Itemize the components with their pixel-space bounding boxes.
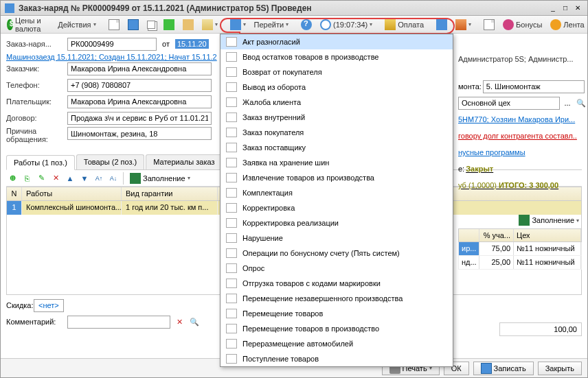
doc-date-input[interactable]: 15.11.20 [175, 39, 209, 49]
delete-row-button[interactable]: ✕ [49, 172, 62, 185]
menu-item[interactable]: Заказ внутренний [220, 110, 453, 125]
menu-item[interactable]: Перемещение товаров в производство [220, 321, 453, 336]
menu-item[interactable]: Перемещение незавершенного производства [220, 291, 453, 306]
doc-icon [226, 263, 237, 273]
minimize-button[interactable]: _ [547, 3, 558, 13]
col-works[interactable]: Работы [22, 187, 122, 200]
doc-icon [226, 158, 237, 167]
tb-extra-button[interactable] [480, 18, 498, 32]
menu-item[interactable]: Переразмещение автомобилей [220, 336, 453, 351]
tb-new-button[interactable] [105, 18, 123, 32]
tb-list-button[interactable]: ▾ [199, 18, 221, 32]
menu-item[interactable]: Поступление товаров [220, 351, 453, 366]
bonuses-button[interactable]: Бонусы [499, 18, 545, 32]
app-window: Заказ-наряд № РК00009499 от 15.11.2021 (… [0, 0, 588, 378]
reason-input[interactable] [67, 127, 212, 140]
post-icon [163, 19, 174, 30]
tab-works[interactable]: Работы (1 поз.) [6, 155, 75, 170]
menu-item[interactable]: Заявка на хранение шин [220, 155, 453, 170]
doc-icon [226, 188, 237, 198]
az-up-button[interactable]: A↑ [93, 172, 105, 185]
move-down-button[interactable]: ▼ [78, 172, 91, 185]
move-up-button[interactable]: ▲ [64, 172, 76, 185]
tb-tree-button[interactable] [179, 18, 197, 32]
tb-gift-button[interactable]: ▾ [452, 18, 475, 32]
menu-item[interactable]: Перемещение товаров [220, 306, 453, 321]
right-column: Администратор 5S; Администр... монта: ..… [458, 36, 582, 194]
customer-input[interactable] [67, 62, 212, 75]
based-on-highlight-ext [239, 18, 455, 34]
menu-item[interactable]: Извлечение товаров из производства [220, 170, 453, 185]
right-total: 100,00 [499, 322, 582, 336]
doc-icon [226, 203, 237, 213]
menu-item[interactable]: Корректировка реализации [220, 215, 453, 231]
menu-item[interactable]: Заказ поставщику [220, 140, 453, 155]
menu-item[interactable]: Нарушение [220, 231, 453, 246]
menu-item[interactable]: Заказ покупателя [220, 125, 453, 140]
close-button[interactable]: ✕ [572, 3, 583, 13]
menu-item[interactable]: Жалоба клиента [220, 95, 453, 110]
menu-item[interactable]: Опрос [220, 261, 453, 276]
rgrid-row[interactable]: ир... 75,00 №11 ножничный [458, 242, 582, 256]
menu-item[interactable]: Корректировка [220, 200, 453, 215]
comment-search-button[interactable]: 🔍 [188, 316, 201, 328]
col-n[interactable]: N [7, 187, 22, 200]
save-button[interactable]: Записать [473, 362, 534, 375]
doc-icon [226, 218, 237, 228]
fill-button[interactable]: Заполнение▾ [127, 173, 193, 184]
doc-icon [226, 128, 237, 137]
doc-icon [226, 113, 237, 122]
comment-input[interactable] [67, 316, 170, 329]
fill2-button[interactable]: Заполнение▾ [516, 215, 582, 226]
menu-item[interactable]: Вывод из оборота [220, 80, 453, 95]
tb-save-button[interactable] [124, 18, 142, 32]
tb-post-button[interactable] [160, 18, 178, 32]
dollar-icon [7, 19, 13, 30]
phone-input[interactable] [67, 79, 212, 92]
az-down-button[interactable]: A↓ [107, 172, 120, 185]
monta-input[interactable] [483, 80, 585, 93]
app-icon [5, 3, 14, 13]
actions-button[interactable]: Действия▾ [54, 18, 99, 32]
comment-clear-button[interactable]: ✕ [173, 316, 185, 328]
doc-icon [226, 354, 237, 364]
menu-item[interactable]: Отгрузка товаров с кодами маркировки [220, 276, 453, 291]
performers-panel: Заполнение▾ % уча... Цех ир... 75,00 №11… [458, 212, 582, 270]
tab-materials[interactable]: Материалы заказ [146, 154, 222, 169]
menu-item[interactable]: Операции по бонусному счету (Пять систем… [220, 246, 453, 261]
col-pct[interactable]: % уча... [479, 229, 514, 241]
prices-button[interactable]: Цены и валюта [3, 18, 49, 32]
shop-search-button[interactable]: 🔍 [575, 96, 587, 110]
tb-copy-button[interactable] [144, 18, 159, 32]
contract-input[interactable] [67, 112, 212, 125]
edit-row-button[interactable]: ✎ [35, 172, 47, 185]
tab-goods[interactable]: Товары (2 поз.) [76, 154, 144, 169]
add-copy-button[interactable]: ⎘ [21, 172, 33, 185]
maximize-button[interactable]: □ [560, 3, 571, 13]
bonus-link[interactable]: нусные программы [458, 148, 525, 156]
doc2-icon [484, 19, 495, 30]
rgrid-row[interactable]: нд... 25,00 №11 ножничный [458, 256, 582, 270]
status-link[interactable]: Машинозаезд 15.11.2021; Создан 15.11.202… [6, 53, 217, 61]
col-shop[interactable]: Цех [514, 229, 581, 241]
col-warranty[interactable]: Вид гарантии [122, 187, 218, 200]
menu-item[interactable]: Ввод остатков товаров в производстве [220, 49, 453, 64]
totals-link[interactable]: уб (1,0000) ИТОГО: 3 300,00 [458, 181, 558, 189]
doc-number-input[interactable] [67, 38, 157, 51]
car-link[interactable]: 5НМ770; Хозяин Макарова Ири... [458, 115, 575, 123]
menu-item[interactable]: Возврат от покупателя [220, 64, 453, 80]
autor-text: Администратор 5S; Администр... [458, 55, 574, 63]
add-row-button[interactable]: ⊕ [6, 172, 19, 185]
copy-icon [147, 21, 155, 29]
debt-link[interactable]: говору долг контрагента составл.. [458, 132, 577, 140]
doc-icon [109, 19, 120, 30]
discount-input[interactable]: <нет> [34, 299, 64, 312]
shop-select-button[interactable]: ... [561, 96, 574, 110]
feed-button[interactable]: Лента [547, 18, 587, 32]
close-button[interactable]: Закрыть [538, 362, 582, 375]
state-link[interactable]: Закрыт [466, 165, 493, 173]
payer-input[interactable] [67, 95, 212, 108]
menu-item[interactable]: Акт разногласий [220, 34, 453, 49]
menu-item[interactable]: Комплектация [220, 185, 453, 200]
main-shop-input[interactable] [458, 97, 560, 110]
